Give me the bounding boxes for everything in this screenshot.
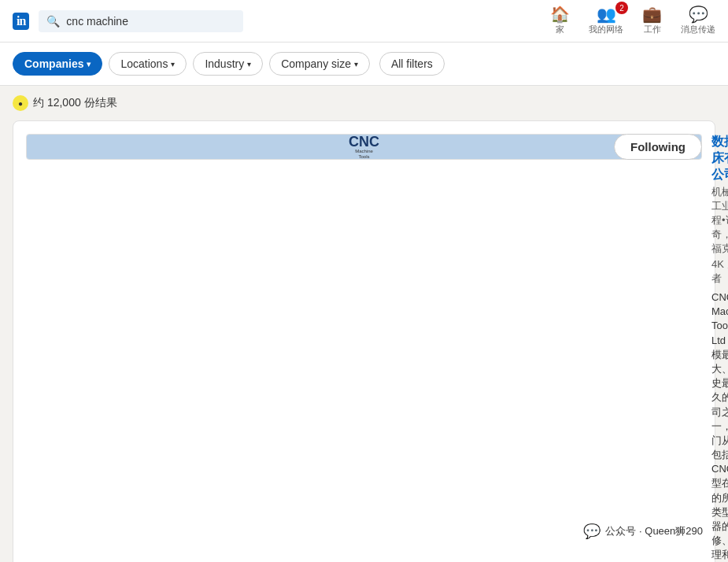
logo-cnc-1-sub: MachineTools	[355, 149, 373, 159]
nav-jobs-label: 工作	[644, 24, 661, 35]
jobs-icon: 💼	[642, 6, 662, 22]
linkedin-logo: in	[13, 13, 29, 30]
companies-chevron-icon: ▾	[87, 60, 91, 68]
company-card-1: CNC MachineTools 数控机床有限公司 机械或工业工程•诺威奇，诺福…	[13, 120, 715, 562]
search-input[interactable]	[66, 15, 235, 28]
results-area: ● 约 12,000 份结果 CNC MachineTools 数控机床有限公司…	[0, 86, 728, 562]
company-logo-1: CNC MachineTools	[26, 134, 702, 160]
results-count: ● 约 12,000 份结果	[13, 95, 715, 111]
all-filters-label: All filters	[391, 57, 433, 70]
companies-filter-label: Companies	[24, 57, 83, 70]
nav-network-label: 我的网络	[589, 24, 623, 35]
company-size-filter[interactable]: Company size ▾	[269, 52, 370, 76]
header-nav: 🏠 家 👥 2 我的网络 💼 工作 💬 消息传递	[550, 6, 715, 35]
nav-messages[interactable]: 💬 消息传递	[681, 6, 715, 35]
logo-cnc-1-inner: CNC MachineTools	[27, 135, 701, 159]
home-icon: 🏠	[550, 6, 570, 22]
company-name-1[interactable]: 数控机床有限公司	[711, 134, 728, 183]
nav-jobs[interactable]: 💼 工作	[642, 6, 662, 35]
wechat-icon: 💬	[583, 523, 601, 540]
header: in 🔍 🏠 家 👥 2 我的网络 💼 工作 💬 消息传递	[0, 0, 728, 43]
company-size-chevron-icon: ▾	[354, 60, 358, 68]
nav-home-label: 家	[556, 24, 564, 35]
company-meta-1: 机械或工业工程•诺威奇，诺福克	[711, 185, 728, 256]
search-bar: 🔍	[39, 10, 243, 32]
following-button-1[interactable]: Following	[614, 134, 702, 160]
industry-chevron-icon: ▾	[247, 60, 251, 68]
locations-chevron-icon: ▾	[171, 60, 175, 68]
company-size-filter-label: Company size	[281, 57, 351, 70]
nav-network[interactable]: 👥 2 我的网络	[589, 6, 623, 35]
locations-filter[interactable]: Locations ▾	[109, 52, 187, 76]
results-count-label: 约 12,000 份结果	[33, 96, 117, 110]
industry-filter[interactable]: Industry ▾	[193, 52, 263, 76]
network-badge: 2	[615, 2, 628, 14]
company-info-1: 数控机床有限公司 机械或工业工程•诺威奇，诺福克 4K 关注者 CNC Mach…	[711, 134, 728, 562]
nav-home[interactable]: 🏠 家	[550, 6, 570, 35]
companies-filter[interactable]: Companies ▾	[13, 52, 102, 76]
all-filters-button[interactable]: All filters	[379, 52, 445, 76]
watermark-text: 公众号 · Queen狮290	[605, 524, 703, 538]
search-icon: 🔍	[46, 15, 60, 28]
nav-messages-label: 消息传递	[681, 24, 715, 35]
locations-filter-label: Locations	[120, 57, 168, 70]
messages-icon: 💬	[689, 6, 708, 22]
highlight-badge: ●	[13, 95, 28, 111]
filter-bar: Companies ▾ Locations ▾ Industry ▾ Compa…	[0, 43, 728, 86]
company-desc-1: CNC Machine Tools Ltd 是规模最大、历史最悠久的公司之一，专…	[711, 290, 728, 562]
company-followers-1: 4K 关注者	[711, 257, 728, 286]
watermark: 💬 公众号 · Queen狮290	[574, 516, 712, 546]
industry-filter-label: Industry	[205, 57, 244, 70]
logo-cnc-1-text: CNC	[349, 135, 379, 149]
network-icon: 👥	[597, 6, 616, 22]
